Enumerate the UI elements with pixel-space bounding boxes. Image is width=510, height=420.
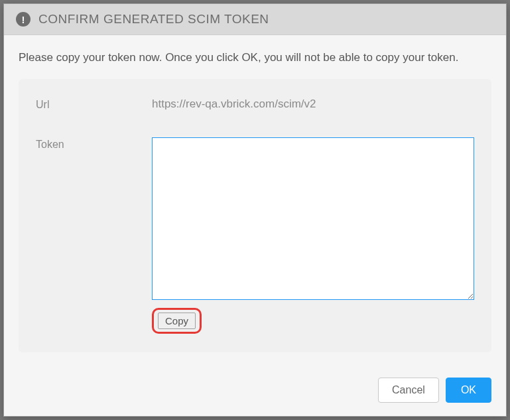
dialog-footer: Cancel OK — [4, 367, 506, 416]
token-textarea[interactable] — [152, 137, 474, 300]
cancel-button[interactable]: Cancel — [378, 378, 439, 403]
form-panel: Url https://rev-qa.vbrick.com/scim/v2 To… — [19, 79, 491, 352]
url-value: https://rev-qa.vbrick.com/scim/v2 — [152, 98, 316, 111]
dialog-body: Please copy your token now. Once you cli… — [4, 35, 506, 367]
copy-button[interactable]: Copy — [158, 313, 196, 329]
url-row: Url https://rev-qa.vbrick.com/scim/v2 — [36, 98, 474, 111]
dialog-title: CONFIRM GENERATED SCIM TOKEN — [38, 12, 269, 27]
dialog-header: ! CONFIRM GENERATED SCIM TOKEN — [4, 4, 506, 35]
alert-icon: ! — [16, 12, 31, 27]
token-row: Token Copy — [36, 137, 474, 334]
url-label: Url — [36, 98, 152, 111]
token-area-wrap: Copy — [152, 137, 474, 334]
token-label: Token — [36, 137, 152, 151]
confirm-token-dialog: ! CONFIRM GENERATED SCIM TOKEN Please co… — [3, 3, 507, 417]
ok-button[interactable]: OK — [446, 378, 491, 403]
dialog-intro-text: Please copy your token now. Once you cli… — [19, 50, 491, 66]
copy-button-highlight: Copy — [152, 308, 202, 334]
